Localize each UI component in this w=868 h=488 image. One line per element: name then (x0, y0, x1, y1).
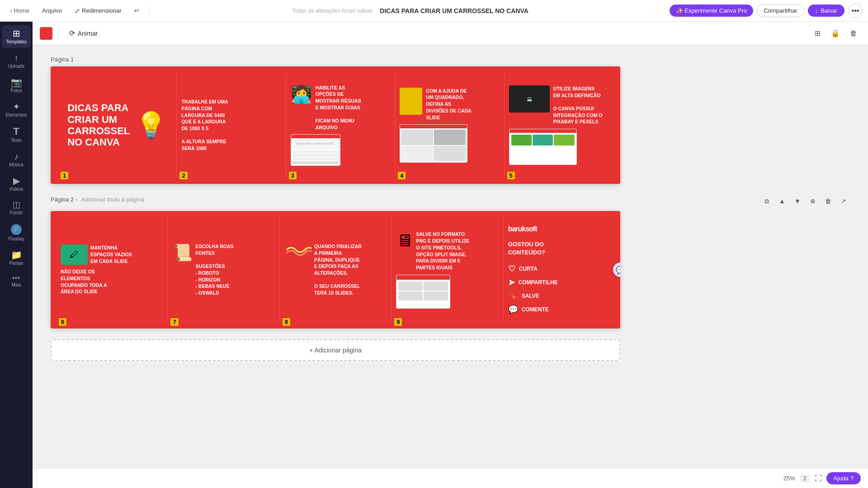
grid-view-icon[interactable]: ⊞ (810, 26, 825, 41)
autosave-status: Todas as alterações foram salvas (292, 8, 373, 14)
slide-number-2: 2 (179, 172, 187, 179)
pixabay-icon: P (11, 224, 22, 235)
page-1-label: Página 1 (51, 56, 850, 63)
sidebar-item-texto[interactable]: T Texto (2, 123, 31, 146)
lock-icon[interactable]: 🔒 (828, 26, 843, 41)
page-2-sublabel: Adicionar título à página (81, 196, 144, 203)
bottom-bar: 25% 2 ⛶ Ajuda ? (33, 468, 868, 488)
content-area: ⟳ Animar ⊞ 🔒 🗑 Página 1 (33, 22, 868, 488)
text-icon: T (13, 127, 19, 136)
slide-number-5: 5 (507, 172, 515, 179)
section3-text: HABILITE ASOPÇÕES DEMOSTRAR RÉGUASE MOST… (316, 84, 361, 131)
sidebar-item-templates[interactable]: ⊞ Templates (2, 25, 31, 48)
help-button[interactable]: Ajuda ? (826, 472, 861, 484)
top-navigation: ‹ Home Arquivo ⤢ Redimensionar ↩ Todas a… (0, 0, 868, 22)
home-button[interactable]: ‹ Home (5, 5, 34, 16)
action-comente: 💬 COMENTE (508, 305, 558, 314)
page-2-header: Página 2 - Adicionar título à página ⧉ ▲… (51, 195, 850, 207)
sidebar-label-videos: Vídeos (9, 187, 23, 192)
page-1-canvas[interactable]: DICAS PARACRIAR UMCARROSSELNO CANVA 💡 1 … (51, 66, 620, 184)
move-page-up-button[interactable]: ▲ (776, 195, 788, 207)
sidebar-item-elementos[interactable]: ✦ Elementos (2, 99, 31, 121)
section2-body: TRABALHE EM UMAPÁGINA COMLARGURA DE 5400… (181, 99, 281, 152)
slide-number-4: 4 (398, 172, 406, 179)
sidebar-item-fundo[interactable]: ◫ Fundo (2, 197, 31, 219)
page-1-container: Página 1 DICAS PARACRIAR UMCARROSSELNO C… (51, 56, 850, 184)
page1-section-3: 👩‍💻 HABILITE ASOPÇÕES DEMOSTRAR RÉGUASE … (286, 74, 395, 177)
section5-text: UTILIZE IMAGENSEM ALTA DEFINIÇÃOO CANVA … (553, 85, 603, 125)
page-2-canvas[interactable]: 🖊 MANTENHAESPAÇOS VAZIOSEM CADA SLIDE NÃ… (51, 211, 620, 328)
chalkboard-icon: 🖊 (61, 244, 88, 265)
elements-icon: ✦ (13, 102, 20, 111)
section2-text: TRABALHE EM UMAPÁGINA COMLARGURA DE 5400… (181, 99, 228, 152)
sidebar-item-videos[interactable]: ▶ Vídeos (2, 173, 31, 195)
more-options-button[interactable]: ••• (848, 4, 863, 18)
document-title: DICAS PARA CRIAR UM CARROSSEL NO CANVA (380, 7, 528, 14)
section9-text: SALVE NO FORMATOPNG E DEPOIS UTILIZEO SI… (416, 231, 469, 271)
sidebar: ⊞ Templates ↑ Uploads 📷 Fotos ✦ Elemento… (0, 22, 33, 488)
action-salve-label: SALVE (522, 293, 539, 299)
page-2-container: Página 2 - Adicionar título à página ⧉ ▲… (51, 195, 850, 328)
page2-section-9: 🖥 SALVE NO FORMATOPNG E DEPOIS UTILIZEO … (392, 216, 503, 323)
redimensionar-button[interactable]: ⤢ Redimensionar (70, 5, 126, 17)
animate-button[interactable]: ⟳ Animar (64, 27, 103, 40)
page2-label-container: Página 2 - Adicionar título à página (51, 196, 144, 206)
toolbar-divider (58, 27, 58, 40)
engagement-title: GOSTOU DOCONTEÚDO? (508, 240, 545, 257)
more-icon: ••• (12, 275, 20, 281)
export-page-button[interactable]: ↗ (837, 195, 850, 207)
sidebar-item-fotos[interactable]: 📷 Fotos (2, 74, 31, 97)
screenshot-mock-2 (400, 124, 467, 163)
sidebar-label-mais: Mais (11, 282, 21, 287)
sidebar-item-mais[interactable]: ••• Mais (2, 271, 31, 291)
section7-text: ESCOLHA BOASFONTESSUGESTÕES- ROBOTO- HOR… (195, 243, 233, 296)
sidebar-label-pixabay: Pixabay (8, 236, 24, 241)
section4-text: COM A AJUDA DEUM QUADRADO,DEFINA ASDIVIS… (426, 88, 471, 121)
lightbulb-icon: 💡 (135, 113, 167, 138)
yellow-square (400, 88, 422, 115)
sidebar-label-texto: Texto (11, 138, 22, 143)
engagement-header: baruksoft (508, 225, 537, 233)
music-icon: ♪ (14, 152, 19, 161)
download-button[interactable]: ↓ Baixar (808, 5, 844, 17)
laptop-image: 💻 (509, 85, 550, 113)
section3-inner: 👩‍💻 HABILITE ASOPÇÕES DEMOSTRAR RÉGUASE … (291, 84, 361, 131)
section6-inner: 🖊 MANTENHAESPAÇOS VAZIOSEM CADA SLIDE (61, 244, 132, 265)
sidebar-item-musica[interactable]: ♪ Música (2, 148, 31, 171)
background-icon: ◫ (13, 201, 20, 209)
page1-section-4: COM A AJUDA DEUM QUADRADO,DEFINA ASDIVIS… (395, 74, 504, 177)
folder-icon: 📁 (11, 250, 22, 259)
arquivo-button[interactable]: Arquivo (38, 5, 66, 16)
sidebar-label-uploads: Uploads (8, 64, 25, 69)
move-page-down-button[interactable]: ▼ (791, 195, 804, 207)
bookmark-icon: 🔖 (508, 291, 518, 301)
fullscreen-button[interactable]: ⛶ (815, 474, 822, 483)
undo-button[interactable]: ↩ (130, 5, 144, 16)
main-layout: ⊞ Templates ↑ Uploads 📷 Fotos ✦ Elemento… (0, 22, 868, 488)
canvas-area: Página 1 DICAS PARACRIAR UMCARROSSELNO C… (33, 45, 868, 468)
monitor-icon: 🖥 (396, 231, 413, 250)
color-swatch-button[interactable] (40, 27, 52, 40)
duplicate-page-button[interactable]: ⧉ (760, 195, 773, 207)
add-page-button[interactable]: + Adicionar página (51, 339, 620, 361)
share-button[interactable]: Compartilhar (757, 4, 804, 17)
section7-inner: 📜 ESCOLHA BOASFONTESSUGESTÕES- ROBOTO- H… (172, 243, 233, 296)
chevron-left-icon: ‹ (10, 7, 12, 14)
sidebar-item-uploads[interactable]: ↑ Uploads (2, 50, 31, 72)
wavy-line-svg (284, 243, 311, 257)
page-1-content: DICAS PARACRIAR UMCARROSSELNO CANVA 💡 1 … (51, 66, 620, 184)
canva-pro-button[interactable]: ✨ Experimente Canva Pro (670, 5, 754, 17)
delete-icon[interactable]: 🗑 (846, 26, 861, 41)
delete-page-button[interactable]: 🗑 (822, 195, 835, 207)
slide-number-7: 7 (170, 318, 178, 326)
main-title-text: DICAS PARACRIAR UMCARROSSELNO CANVA (67, 102, 130, 148)
page2-section-6: 🖊 MANTENHAESPAÇOS VAZIOSEM CADA SLIDE NÃ… (56, 216, 168, 323)
sidebar-item-pixabay[interactable]: P Pixabay (2, 221, 31, 245)
undo-icon: ↩ (134, 7, 139, 14)
sidebar-item-pastas[interactable]: 📁 Pastas (2, 247, 31, 269)
comment-icon: 💬 (508, 305, 518, 314)
sidebar-label-pastas: Pastas (9, 261, 24, 266)
copy-page-button[interactable]: ⊕ (807, 195, 819, 207)
video-icon: ▶ (13, 176, 20, 185)
main-title: DICAS PARACRIAR UMCARROSSELNO CANVA (67, 102, 130, 148)
